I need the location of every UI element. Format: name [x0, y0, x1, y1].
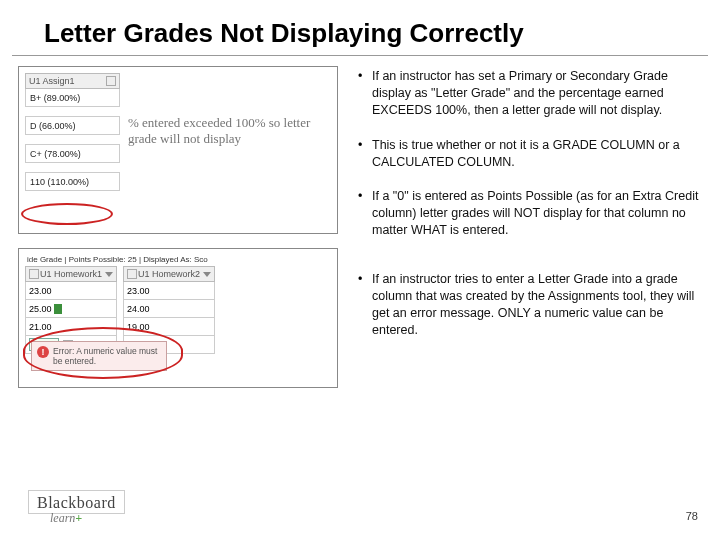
homework-col-title: U1 Homework1 [40, 269, 102, 279]
left-column: U1 Assign1 B+ (89.00%) D (66.00%) C+ (78… [18, 66, 338, 388]
grade-cell: 21.00 [25, 318, 117, 336]
status-icon [54, 304, 62, 314]
content-area: U1 Assign1 B+ (89.00%) D (66.00%) C+ (78… [0, 66, 720, 388]
bullet-list: If an instructor has set a Primary or Se… [352, 68, 702, 339]
grade-row: D (66.00%) [25, 117, 120, 135]
error-icon: ! [37, 346, 49, 358]
grade-row: B+ (89.00%) [25, 89, 120, 107]
grade-column: U1 Assign1 B+ (89.00%) D (66.00%) C+ (78… [25, 73, 120, 227]
screenshot-frame-1: U1 Assign1 B+ (89.00%) D (66.00%) C+ (78… [18, 66, 338, 234]
bullet-item: If an instructor has set a Primary or Se… [352, 68, 702, 119]
homework-header: U1 Homework2 [123, 266, 215, 282]
homework-col-title: U1 Homework2 [138, 269, 200, 279]
grade-cell: 24.00 [123, 300, 215, 318]
error-message-box: ! Error: A numeric value must be entered… [31, 341, 167, 371]
highlight-oval-icon [21, 203, 113, 225]
bullet-item: This is true whether or not it is a GRAD… [352, 137, 702, 171]
frame2-topline: ide Grade | Points Possible: 25 | Displa… [25, 255, 331, 266]
page-title: Letter Grades Not Displaying Correctly [12, 0, 708, 56]
grade-cell: 23.00 [123, 282, 215, 300]
grade-value: 25.00 [29, 304, 52, 314]
grade-row-gap [25, 107, 120, 117]
grade-row-gap [25, 135, 120, 145]
brand-sub: learn [50, 511, 75, 525]
grade-value: 19.00 [127, 322, 150, 332]
grade-column-header: U1 Assign1 [25, 73, 120, 89]
grade-cell: 23.00 [25, 282, 117, 300]
right-column: If an instructor has set a Primary or Se… [352, 66, 702, 388]
grade-cell: 25.00 [25, 300, 117, 318]
brand-plus: + [75, 511, 82, 525]
grade-column-title: U1 Assign1 [29, 76, 75, 86]
menu-icon [127, 269, 137, 279]
screenshot-frame-2: ide Grade | Points Possible: 25 | Displa… [18, 248, 338, 388]
annotation-text: % entered exceeded 100% so letter grade … [128, 73, 331, 227]
chevron-down-icon [105, 272, 113, 277]
error-text: Error: A numeric value must be entered. [53, 346, 161, 366]
grade-row-gap [25, 163, 120, 173]
homework-header: U1 Homework1 [25, 266, 117, 282]
brand-logo: Blackboard learn+ [28, 490, 125, 524]
grade-value: 24.00 [127, 304, 150, 314]
bullet-item: If an instructor tries to enter a Letter… [352, 271, 702, 339]
menu-icon [29, 269, 39, 279]
grade-cell: 19.00 [123, 318, 215, 336]
grade-row: C+ (78.00%) [25, 145, 120, 163]
grade-row: 110 (110.00%) [25, 173, 120, 191]
menu-icon [106, 76, 116, 86]
grade-value: 23.00 [29, 286, 52, 296]
chevron-down-icon [203, 272, 211, 277]
brand-name: Blackboard [37, 494, 116, 511]
grade-value: 21.00 [29, 322, 52, 332]
grade-value: 23.00 [127, 286, 150, 296]
bullet-item: If a "0" is entered as Points Possible (… [352, 188, 702, 239]
page-number: 78 [686, 510, 698, 522]
